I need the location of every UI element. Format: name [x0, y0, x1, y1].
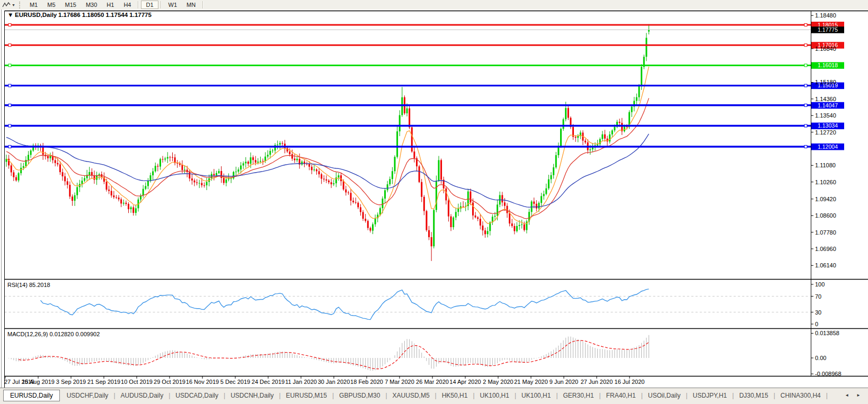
toolbar-drag-handle[interactable]: [19, 2, 22, 8]
svg-text:0.013858: 0.013858: [815, 330, 839, 336]
svg-text:1.09420: 1.09420: [815, 196, 836, 202]
tab-usdjpy-h1[interactable]: USDJPY,H1: [688, 390, 731, 401]
svg-text:14 Apr 2020: 14 Apr 2020: [449, 379, 481, 385]
horizontal-levels[interactable]: 1.180151.170161.160181.150191.140471.130…: [5, 22, 845, 150]
svg-text:24 Dec 2019: 24 Dec 2019: [252, 379, 285, 385]
toolbar-separator: [202, 1, 203, 8]
tab-xauusd-m5[interactable]: XAUUSD,M5: [388, 390, 435, 401]
macd-signal-line: [19, 340, 649, 369]
svg-text:7 Mar 2020: 7 Mar 2020: [385, 379, 414, 385]
svg-text:26 Mar 2020: 26 Mar 2020: [416, 379, 449, 385]
svg-text:1.11080: 1.11080: [815, 162, 836, 168]
timeframe-m30[interactable]: M30: [81, 1, 102, 9]
svg-text:21 Sep 2019: 21 Sep 2019: [87, 379, 120, 385]
tab-usoil-daily[interactable]: USOil,Daily: [643, 390, 685, 401]
tab-china300-h4[interactable]: CHINA300,H4: [776, 390, 826, 401]
svg-text:16 Jul 2020: 16 Jul 2020: [615, 379, 645, 385]
svg-text:5 Dec 2019: 5 Dec 2019: [220, 379, 250, 385]
tab-eurusd-m15[interactable]: EURUSD,M15: [281, 390, 332, 401]
svg-text:2 May 2020: 2 May 2020: [483, 379, 513, 385]
svg-text:1.10260: 1.10260: [815, 179, 836, 185]
panel-borders: [2, 10, 868, 388]
toolbar-separator: [138, 1, 139, 8]
tab-dj30-m15[interactable]: DJ30,M15: [734, 390, 773, 401]
svg-text:15 Aug 2019: 15 Aug 2019: [22, 379, 55, 385]
toolbar-separator: [161, 1, 162, 8]
macd-histogram: [6, 335, 649, 371]
timeframe-m5[interactable]: M5: [42, 1, 60, 9]
chart-tabs: EURUSD,DailyUSDCHF,Daily|AUDUSD,Daily|US…: [3, 390, 828, 401]
tab-usdcad-daily[interactable]: USDCAD,Daily: [171, 390, 223, 401]
tab-separator: |: [826, 392, 828, 399]
timeframe-buttons: M1M5M15M30H1H4D1W1MN: [25, 1, 206, 9]
svg-text:1.08600: 1.08600: [815, 212, 836, 219]
svg-text:1.16018: 1.16018: [818, 62, 838, 68]
svg-text:30 Jan 2020: 30 Jan 2020: [318, 379, 350, 385]
moving-averages: [6, 67, 649, 224]
tab-scroll-left-icon[interactable]: ◄: [845, 393, 849, 398]
mt4-window: ▼ M1M5M15M30H1H4D1W1MN 1.180151.170161.1…: [0, 0, 868, 404]
tab-ger30-h1[interactable]: GER30,H1: [559, 390, 599, 401]
timeframe-m1[interactable]: M1: [25, 1, 42, 9]
svg-text:1.14360: 1.14360: [815, 96, 836, 102]
svg-text:30: 30: [815, 309, 821, 316]
chevron-down-icon[interactable]: ▼: [12, 3, 15, 7]
svg-text:1.12004: 1.12004: [818, 143, 838, 150]
collapse-arrow-icon[interactable]: ▼: [7, 12, 13, 18]
svg-text:18 Feb 2020: 18 Feb 2020: [350, 379, 383, 385]
timeframe-m15[interactable]: M15: [60, 1, 81, 9]
timeframe-h1[interactable]: H1: [102, 1, 119, 9]
chart-canvas[interactable]: 1.180151.170161.160181.150191.140471.130…: [0, 10, 868, 388]
tab-eurusd-daily[interactable]: EURUSD,Daily: [3, 390, 60, 401]
svg-text:1.18480: 1.18480: [815, 12, 836, 19]
timeframe-toolbar: ▼ M1M5M15M30H1H4D1W1MN: [0, 0, 868, 10]
tab-usdcnh-daily[interactable]: USDCNH,Daily: [226, 390, 278, 401]
macd-label: MACD(12,26,9) 0.012820 0.009902: [7, 331, 100, 337]
svg-text:1.13540: 1.13540: [815, 112, 836, 119]
svg-text:1.14047: 1.14047: [818, 102, 838, 109]
svg-text:1.13034: 1.13034: [818, 122, 838, 129]
svg-text:9 Jun 2020: 9 Jun 2020: [550, 379, 578, 385]
axes-and-labels: 1.184801.168401.151801.143601.135401.127…: [4, 12, 842, 385]
candlesticks: [6, 24, 650, 261]
timeframe-h4[interactable]: H4: [119, 1, 136, 9]
svg-text:1.06140: 1.06140: [815, 262, 836, 268]
svg-text:27 Jun 2020: 27 Jun 2020: [581, 379, 613, 385]
svg-text:11 Jan 2020: 11 Jan 2020: [285, 379, 317, 385]
rsi-label: RSI(14) 85.2018: [7, 282, 50, 288]
svg-text:21 May 2020: 21 May 2020: [514, 379, 548, 385]
tab-fra40-h1[interactable]: FRA40,H1: [601, 390, 641, 401]
svg-text:3 Sep 2019: 3 Sep 2019: [56, 379, 86, 385]
symbol-title: EURUSD,Daily: [15, 12, 57, 18]
tab-audusd-daily[interactable]: AUDUSD,Daily: [116, 390, 169, 401]
tab-uk100-h1[interactable]: UK100,H1: [475, 390, 514, 401]
ohlc-values: 1.17686 1.18050 1.17544 1.17775: [58, 12, 152, 18]
svg-text:70: 70: [815, 293, 821, 300]
svg-text:29 Oct 2019: 29 Oct 2019: [154, 379, 185, 385]
timeframe-d1[interactable]: D1: [141, 1, 158, 9]
svg-text:100: 100: [815, 281, 825, 288]
tab-gbpusd-m30[interactable]: GBPUSD,M30: [334, 390, 385, 401]
rsi-line: [5, 289, 811, 320]
tab-hk50-h1[interactable]: HK50,H1: [437, 390, 473, 401]
svg-text:1.15180: 1.15180: [815, 79, 836, 85]
tab-scroll-right-icon[interactable]: ►: [856, 393, 861, 398]
svg-text:0.00: 0.00: [815, 355, 826, 361]
svg-text:1.17775: 1.17775: [818, 26, 838, 33]
tab-usdchf-daily[interactable]: USDCHF,Daily: [62, 390, 113, 401]
tab-uk100-h1[interactable]: UK100,H1: [517, 390, 555, 401]
chart-style-icon[interactable]: [2, 2, 11, 8]
chart-tab-bar: EURUSD,DailyUSDCHF,Daily|AUDUSD,Daily|US…: [0, 388, 868, 404]
svg-text:1.06960: 1.06960: [815, 246, 836, 252]
svg-text:16 Nov 2019: 16 Nov 2019: [186, 379, 219, 385]
timeframe-w1[interactable]: W1: [164, 1, 182, 9]
svg-text:1.16840: 1.16840: [815, 46, 836, 52]
svg-text:1.12720: 1.12720: [815, 129, 836, 136]
svg-text:0: 0: [815, 321, 818, 327]
svg-text:10 Oct 2019: 10 Oct 2019: [121, 379, 153, 385]
svg-text:1.07780: 1.07780: [815, 229, 836, 236]
chart-title: ▼EURUSD,Daily1.17686 1.18050 1.17544 1.1…: [7, 12, 152, 18]
timeframe-mn[interactable]: MN: [182, 1, 200, 9]
tab-scrollers: ◄ ►: [845, 393, 864, 398]
